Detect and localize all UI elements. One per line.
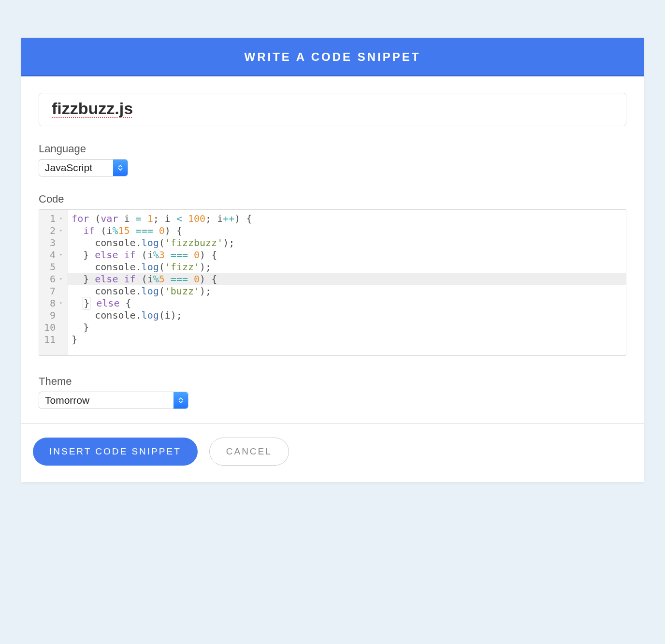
code-editor[interactable]: 1▾2▾3 4▾5 6▾7 8▾9 10 11 for (var i = 1; …: [39, 209, 626, 356]
code-line[interactable]: } else {: [72, 297, 626, 309]
code-content[interactable]: for (var i = 1; i < 100; i++) { if (i%15…: [68, 210, 626, 355]
theme-select[interactable]: Tomorrow: [39, 392, 188, 409]
filename-input[interactable]: [39, 93, 626, 126]
code-line[interactable]: }: [72, 334, 626, 346]
language-field: Language JavaScript: [39, 143, 626, 176]
code-line[interactable]: for (var i = 1; i < 100; i++) {: [72, 213, 626, 225]
line-number: 4▾: [44, 249, 64, 261]
language-select-value: JavaScript: [39, 160, 113, 176]
code-line[interactable]: console.log(i);: [72, 309, 626, 322]
fold-icon[interactable]: ▾: [58, 216, 62, 222]
line-number: 9: [44, 309, 64, 322]
line-number: 11: [44, 334, 64, 346]
select-stepper-icon: [173, 392, 188, 409]
line-number: 7: [44, 285, 64, 297]
modal-title: WRITE A CODE SNIPPET: [245, 50, 421, 63]
line-number: 2▾: [44, 225, 64, 237]
code-label: Code: [39, 193, 626, 205]
code-line[interactable]: } else if (i%5 === 0) {: [68, 273, 626, 285]
code-line[interactable]: console.log('buzz');: [72, 285, 626, 297]
code-line[interactable]: console.log('fizzbuzz');: [72, 237, 626, 249]
line-number: 1▾: [44, 213, 64, 225]
select-stepper-icon: [113, 160, 128, 176]
fold-icon[interactable]: ▾: [58, 252, 62, 258]
line-number: 3: [44, 237, 64, 249]
code-snippet-modal: WRITE A CODE SNIPPET Language JavaScript…: [21, 38, 644, 482]
theme-field: Theme Tomorrow: [39, 375, 626, 409]
language-select[interactable]: JavaScript: [39, 159, 128, 176]
theme-select-value: Tomorrow: [39, 392, 173, 409]
fold-icon[interactable]: ▾: [58, 276, 62, 282]
language-label: Language: [39, 143, 626, 155]
insert-button[interactable]: INSERT CODE SNIPPET: [33, 438, 198, 466]
code-field: Code 1▾2▾3 4▾5 6▾7 8▾9 10 11 for (var i …: [39, 193, 626, 356]
fold-icon[interactable]: ▾: [58, 300, 62, 307]
fold-icon[interactable]: ▾: [58, 228, 62, 234]
modal-header: WRITE A CODE SNIPPET: [21, 38, 644, 76]
line-number: 5: [44, 261, 64, 273]
code-gutter: 1▾2▾3 4▾5 6▾7 8▾9 10 11: [39, 210, 68, 355]
code-line[interactable]: console.log('fizz');: [72, 261, 626, 273]
code-line[interactable]: if (i%15 === 0) {: [72, 225, 626, 237]
cancel-button[interactable]: CANCEL: [209, 438, 289, 466]
code-line[interactable]: } else if (i%3 === 0) {: [72, 249, 626, 261]
modal-body: Language JavaScript Code 1▾2▾3 4▾5 6▾7 8…: [21, 76, 644, 424]
theme-label: Theme: [39, 375, 626, 388]
line-number: 6▾: [44, 273, 64, 285]
modal-footer: INSERT CODE SNIPPET CANCEL: [21, 424, 644, 482]
line-number: 8▾: [44, 297, 64, 309]
line-number: 10: [44, 322, 64, 334]
code-line[interactable]: }: [72, 322, 626, 334]
